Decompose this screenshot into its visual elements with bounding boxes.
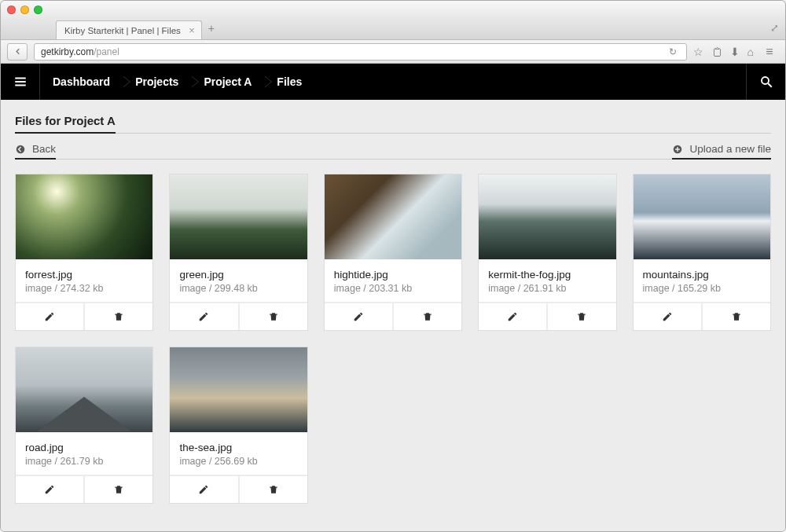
breadcrumb-files[interactable]: Files <box>264 64 314 100</box>
file-card[interactable]: hightide.jpgimage / 203.31 kb <box>324 174 462 331</box>
arrow-left-circle-icon <box>15 144 26 155</box>
back-nav-button[interactable] <box>7 43 28 61</box>
file-name: forrest.jpg <box>25 269 143 281</box>
file-thumbnail[interactable] <box>479 174 615 259</box>
file-thumbnail[interactable] <box>325 174 461 259</box>
file-actions <box>325 302 461 330</box>
file-info: image / 274.32 kb <box>25 283 143 294</box>
file-card[interactable]: road.jpgimage / 261.79 kb <box>15 347 153 504</box>
browser-menu-icon[interactable]: ≡ <box>760 45 779 59</box>
search-button[interactable] <box>746 64 785 100</box>
trash-icon <box>268 484 279 495</box>
file-actions <box>170 475 307 503</box>
trash-icon <box>422 311 433 322</box>
plus-circle-icon <box>672 144 683 155</box>
new-tab-icon[interactable]: + <box>208 22 215 35</box>
menu-button[interactable] <box>1 64 40 100</box>
back-label: Back <box>32 143 56 155</box>
file-thumbnail[interactable] <box>16 174 152 259</box>
trash-icon <box>731 311 742 322</box>
file-thumbnail[interactable] <box>634 174 770 259</box>
file-name: hightide.jpg <box>334 269 452 281</box>
app-header: Dashboard Projects Project A Files <box>1 64 785 100</box>
svg-point-0 <box>762 77 769 84</box>
browser-toolbar: getkirby.com/panel ↻ ☆ 📋︎ ⬇ ⌂ ≡ <box>1 40 785 64</box>
file-name: road.jpg <box>25 442 143 453</box>
pencil-icon <box>44 484 55 495</box>
file-meta: road.jpgimage / 261.79 kb <box>16 432 152 475</box>
search-icon <box>759 75 773 89</box>
browser-tab[interactable]: Kirby Starterkit | Panel | Files × <box>56 20 202 39</box>
file-meta: forrest.jpgimage / 274.32 kb <box>16 259 152 302</box>
svg-point-2 <box>17 145 25 153</box>
edit-button[interactable] <box>634 303 703 330</box>
page-title: Files for Project A <box>15 114 116 134</box>
edit-button[interactable] <box>325 303 394 330</box>
file-info: image / 256.69 kb <box>179 456 297 467</box>
file-actions <box>170 302 307 330</box>
pencil-icon <box>44 311 55 322</box>
arrow-left-icon <box>13 47 22 56</box>
hamburger-icon <box>13 75 28 89</box>
address-bar[interactable]: getkirby.com/panel ↻ <box>34 43 687 61</box>
breadcrumb-projects[interactable]: Projects <box>123 64 191 100</box>
pencil-icon <box>353 311 364 322</box>
pencil-icon <box>507 311 518 322</box>
delete-button[interactable] <box>85 303 152 330</box>
edit-button[interactable] <box>170 476 239 503</box>
breadcrumb-project-a[interactable]: Project A <box>191 64 264 100</box>
file-thumbnail[interactable] <box>170 174 307 259</box>
edit-button[interactable] <box>16 303 85 330</box>
file-card[interactable]: green.jpgimage / 299.48 kb <box>169 174 307 331</box>
file-card[interactable]: mountains.jpgimage / 165.29 kb <box>633 174 771 331</box>
trash-icon <box>268 311 279 322</box>
file-info: image / 165.29 kb <box>643 283 761 294</box>
edit-button[interactable] <box>479 303 548 330</box>
file-meta: green.jpgimage / 299.48 kb <box>170 259 307 302</box>
tab-title: Kirby Starterkit | Panel | Files <box>64 26 181 35</box>
toolbar-icons: ☆ 📋︎ ⬇ ⌂ <box>693 46 754 58</box>
breadcrumb-dashboard[interactable]: Dashboard <box>40 64 123 100</box>
delete-button[interactable] <box>548 303 615 330</box>
file-meta: the-sea.jpgimage / 256.69 kb <box>170 432 307 475</box>
download-icon[interactable]: ⬇ <box>730 46 740 58</box>
edit-button[interactable] <box>16 476 85 503</box>
breadcrumb: Dashboard Projects Project A Files <box>40 64 314 100</box>
minimize-window-icon[interactable] <box>20 6 29 14</box>
file-thumbnail[interactable] <box>170 347 307 432</box>
zoom-window-icon[interactable] <box>34 6 42 14</box>
file-actions <box>16 302 152 330</box>
file-card[interactable]: the-sea.jpgimage / 256.69 kb <box>169 347 307 504</box>
trash-icon <box>113 311 124 322</box>
delete-button[interactable] <box>240 303 307 330</box>
clipboard-icon[interactable]: 📋︎ <box>711 46 722 58</box>
trash-icon <box>113 484 124 495</box>
pencil-icon <box>198 484 209 495</box>
home-icon[interactable]: ⌂ <box>747 46 754 58</box>
url-path: /panel <box>94 46 119 57</box>
delete-button[interactable] <box>703 303 770 330</box>
trash-icon <box>576 311 587 322</box>
file-card[interactable]: forrest.jpgimage / 274.32 kb <box>15 174 153 331</box>
edit-button[interactable] <box>170 303 239 330</box>
reload-icon[interactable]: ↻ <box>669 46 680 57</box>
file-thumbnail[interactable] <box>16 347 152 432</box>
delete-button[interactable] <box>394 303 461 330</box>
file-grid: forrest.jpgimage / 274.32 kbgreen.jpgima… <box>15 174 771 504</box>
close-tab-icon[interactable]: × <box>189 25 195 35</box>
file-meta: mountains.jpgimage / 165.29 kb <box>634 259 770 302</box>
file-card[interactable]: kermit-the-fog.jpgimage / 261.91 kb <box>478 174 616 331</box>
expand-window-icon[interactable]: ⤢ <box>770 22 779 34</box>
bookmark-icon[interactable]: ☆ <box>693 46 703 58</box>
pencil-icon <box>198 311 209 322</box>
delete-button[interactable] <box>85 476 152 503</box>
delete-button[interactable] <box>240 476 307 503</box>
upload-button[interactable]: Upload a new file <box>672 143 771 160</box>
file-info: image / 261.79 kb <box>25 456 143 467</box>
close-window-icon[interactable] <box>7 6 16 14</box>
file-actions <box>479 302 615 330</box>
file-info: image / 203.31 kb <box>334 283 452 294</box>
file-name: mountains.jpg <box>643 269 761 281</box>
back-button[interactable]: Back <box>15 143 56 160</box>
pencil-icon <box>662 311 673 322</box>
